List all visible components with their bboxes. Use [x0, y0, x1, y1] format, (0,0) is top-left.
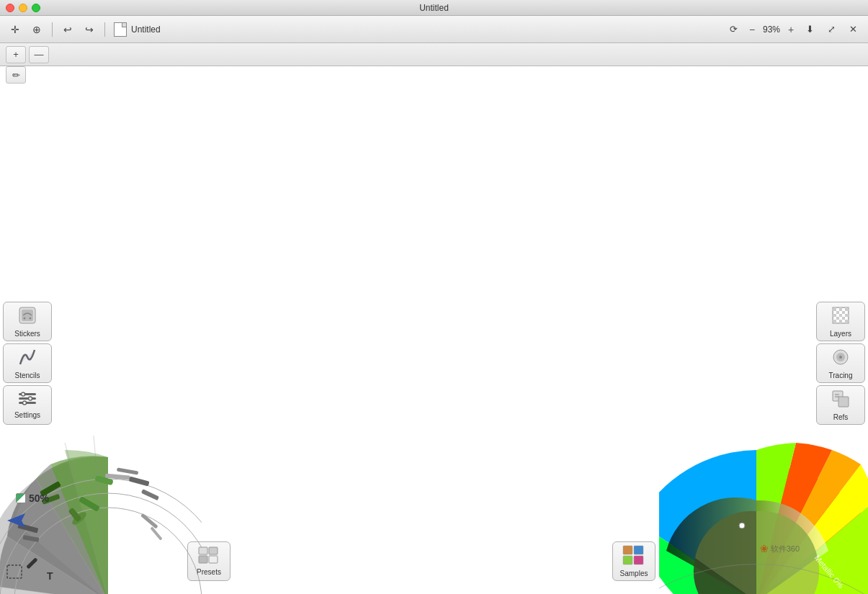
toolbar-right-controls: ⟳ − 93% + ⬇ ⤢ ✕ — [724, 20, 862, 39]
samples-button[interactable]: Samples — [612, 541, 656, 581]
svg-rect-35 — [117, 467, 138, 474]
document-title-area: Untitled — [114, 22, 161, 37]
toolbar-separator-2 — [104, 22, 105, 37]
stickers-label: Stickers — [14, 330, 40, 338]
add-icon: + — [13, 49, 19, 60]
svg-rect-10 — [833, 307, 849, 323]
tracing-icon — [831, 347, 851, 370]
svg-rect-50 — [634, 556, 643, 564]
close-window-button[interactable]: ✕ — [844, 20, 862, 39]
opacity-display: 50% — [16, 492, 49, 504]
settings-label: Settings — [14, 411, 40, 419]
svg-rect-36 — [129, 477, 150, 487]
watermark-text: 软件360 — [771, 544, 800, 554]
svg-rect-19 — [838, 397, 849, 407]
toolbar-separator-1 — [52, 22, 53, 37]
pan-icon: ⊕ — [32, 24, 41, 35]
svg-point-17 — [839, 356, 842, 359]
download-icon: ⬇ — [806, 24, 814, 35]
tracing-panel-button[interactable]: Tracing — [816, 343, 865, 383]
document-icon — [114, 22, 127, 37]
svg-rect-49 — [623, 556, 632, 564]
pen-icon: ✏ — [12, 70, 20, 81]
add-node-button[interactable]: + — [6, 46, 26, 63]
tracing-label: Tracing — [829, 372, 853, 379]
zoom-in-button[interactable]: + — [784, 23, 797, 36]
svg-rect-48 — [634, 546, 643, 554]
svg-rect-41 — [150, 526, 162, 540]
svg-text:T: T — [47, 570, 53, 582]
redo-icon: ↪ — [85, 24, 94, 35]
samples-label: Samples — [620, 570, 648, 577]
svg-rect-47 — [623, 546, 632, 554]
svg-rect-5 — [19, 397, 36, 400]
svg-point-3 — [30, 318, 32, 320]
fullscreen-button[interactable]: ⤢ — [822, 20, 841, 39]
layers-icon — [831, 305, 851, 328]
stickers-panel-button[interactable]: Stickers — [3, 302, 52, 341]
refs-panel-button[interactable]: Refs — [816, 385, 865, 425]
move-tool-button[interactable]: ✛ — [6, 20, 24, 39]
watermark: ❀ 软件360 — [760, 543, 800, 554]
color-indicator — [7, 510, 29, 534]
pen-tool-button[interactable]: ✏ — [6, 66, 26, 84]
secondary-toolbar: + — — [0, 43, 868, 66]
download-button[interactable]: ⬇ — [800, 20, 819, 39]
settings-icon — [17, 391, 37, 410]
redo-button[interactable]: ↪ — [80, 20, 99, 39]
layers-label: Layers — [830, 330, 851, 338]
main-toolbar: ✛ ⊕ ↩ ↪ Untitled ⟳ − 93% + ⬇ ⤢ ✕ — [0, 16, 868, 43]
svg-point-7 — [22, 392, 25, 396]
svg-rect-46 — [209, 556, 218, 563]
close-button[interactable] — [6, 4, 14, 12]
svg-marker-42 — [7, 513, 25, 528]
rotate-button[interactable]: ⟳ — [724, 20, 743, 39]
svg-point-8 — [29, 397, 32, 400]
refs-icon — [831, 389, 851, 412]
refs-label: Refs — [833, 413, 849, 421]
document-name: Untitled — [131, 24, 161, 35]
stickers-icon — [17, 305, 37, 328]
stencils-panel-button[interactable]: Stencils — [3, 343, 52, 383]
zoom-controls: − 93% + — [746, 23, 797, 36]
color-wheel-area[interactable]: Metallic 0% — [659, 410, 868, 594]
svg-point-9 — [23, 401, 27, 405]
move-icon: ✛ — [11, 24, 19, 35]
minus-node-button[interactable]: — — [29, 46, 49, 63]
layers-panel-button[interactable]: Layers — [816, 302, 865, 341]
titlebar: Untitled — [0, 0, 868, 16]
maximize-button[interactable] — [32, 4, 40, 12]
svg-point-2 — [24, 318, 26, 320]
svg-rect-44 — [209, 547, 218, 554]
svg-rect-37 — [141, 489, 159, 500]
stencils-icon — [17, 347, 37, 370]
svg-point-52 — [739, 523, 745, 528]
opacity-value: 50% — [29, 492, 49, 504]
undo-button[interactable]: ↩ — [58, 20, 77, 39]
minus-icon: — — [35, 49, 44, 60]
rotate-icon: ⟳ — [730, 24, 738, 35]
zoom-out-button[interactable]: − — [746, 23, 759, 36]
samples-icon — [622, 545, 645, 568]
pan-tool-button[interactable]: ⊕ — [27, 20, 46, 39]
window-title: Untitled — [419, 3, 449, 13]
stencils-label: Stencils — [14, 372, 40, 379]
close-icon: ✕ — [849, 24, 857, 35]
svg-rect-40 — [140, 513, 158, 529]
undo-icon: ↩ — [63, 24, 72, 35]
fullscreen-icon: ⤢ — [828, 24, 836, 35]
zoom-value: 93% — [760, 24, 783, 35]
svg-rect-6 — [19, 402, 36, 404]
opacity-indicator — [16, 493, 26, 503]
settings-panel-button[interactable]: Settings — [3, 385, 52, 425]
window-controls[interactable] — [6, 4, 40, 12]
minimize-button[interactable] — [19, 4, 27, 12]
